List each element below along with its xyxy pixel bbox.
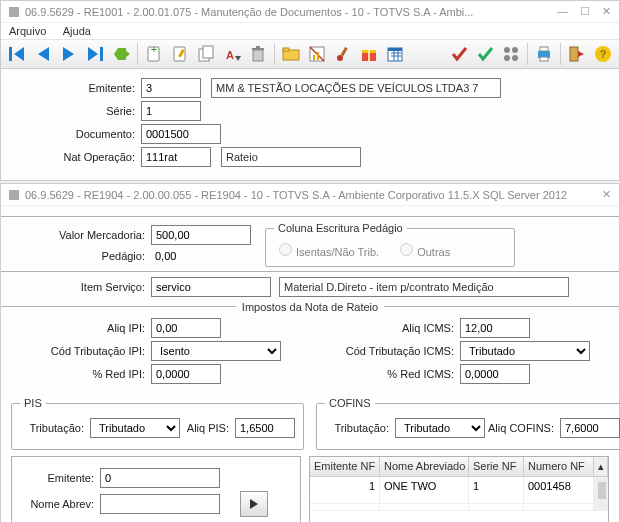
trib-icms-select[interactable]: Tributado <box>460 341 590 361</box>
nome-abrev-field[interactable] <box>100 494 220 514</box>
scroll-up-icon[interactable]: ▴ <box>594 457 608 477</box>
item-servico-desc[interactable] <box>279 277 569 297</box>
new-icon[interactable]: + <box>142 42 166 66</box>
red-icms-field[interactable] <box>460 364 530 384</box>
toolbar: + A ? <box>1 40 619 69</box>
item-servico-field[interactable] <box>151 277 271 297</box>
red-ipi-field[interactable] <box>151 364 221 384</box>
emitente-desc-field[interactable] <box>211 78 501 98</box>
serie-field[interactable] <box>141 101 201 121</box>
valor-merc-field[interactable] <box>151 225 251 245</box>
svg-point-25 <box>337 55 343 61</box>
col-emitente-nf[interactable]: Emitente NF <box>310 457 380 477</box>
svg-rect-17 <box>256 46 260 48</box>
red-ipi-label: % Red IPI: <box>11 368 151 380</box>
trib-ipi-select[interactable]: Isento <box>151 341 281 361</box>
svg-rect-23 <box>317 52 319 60</box>
svg-rect-24 <box>341 47 348 56</box>
gift-icon[interactable] <box>357 42 381 66</box>
edit-icon[interactable] <box>168 42 192 66</box>
aliq-ipi-field[interactable] <box>151 318 221 338</box>
outras-radio[interactable]: Outras <box>395 240 450 258</box>
confirm-green-icon[interactable] <box>473 42 497 66</box>
svg-marker-4 <box>88 47 98 61</box>
delete-icon[interactable] <box>246 42 270 66</box>
minimize-icon[interactable]: — <box>557 5 568 18</box>
titlebar-re1001: 06.9.5629 - RE1001 - 2.00.01.075 - Manut… <box>1 1 619 23</box>
aliq-icms-label: Aliq ICMS: <box>320 322 460 334</box>
trib-pis-select[interactable]: Tributado <box>90 418 180 438</box>
svg-rect-22 <box>313 55 315 60</box>
col-serie-nf[interactable]: Serie NF <box>469 457 524 477</box>
nav-next-icon[interactable] <box>57 42 81 66</box>
maximize-icon[interactable]: ☐ <box>580 5 590 18</box>
help-icon[interactable]: ? <box>591 42 615 66</box>
copy-icon[interactable] <box>194 42 218 66</box>
svg-marker-1 <box>14 47 24 61</box>
app-icon <box>9 7 19 17</box>
svg-point-35 <box>504 47 510 53</box>
svg-marker-2 <box>38 47 49 61</box>
print-icon[interactable] <box>532 42 556 66</box>
pedagio-value: 0,00 <box>151 248 180 264</box>
menu-ajuda[interactable]: Ajuda <box>63 25 91 37</box>
menu-arquivo[interactable]: Arquivo <box>9 25 46 37</box>
aliq-pis-field[interactable] <box>235 418 295 438</box>
exit-icon[interactable] <box>565 42 589 66</box>
nav-last-icon[interactable] <box>83 42 107 66</box>
documento-field[interactable] <box>141 124 221 144</box>
svg-marker-6 <box>125 50 130 58</box>
brush-icon[interactable] <box>331 42 355 66</box>
close-icon[interactable]: ✕ <box>602 5 611 18</box>
red-icms-label: % Red ICMS: <box>320 368 460 380</box>
emitente-field[interactable] <box>141 78 201 98</box>
pedagio-label: Pedágio: <box>11 250 151 262</box>
aliq-icms-field[interactable] <box>460 318 530 338</box>
emitente2-field[interactable] <box>100 468 220 488</box>
table-row[interactable] <box>310 504 608 511</box>
aliq-cofins-label: Aliq COFINS: <box>485 422 560 434</box>
confirm-red-icon[interactable] <box>447 42 471 66</box>
emitente-label: Emitente: <box>11 82 141 94</box>
coluna-escritura-legend: Coluna Escritura Pedágio <box>274 222 407 234</box>
col-numero-nf[interactable]: Numero NF <box>524 457 594 477</box>
trib-ipi-label: Cód Tributação IPI: <box>11 345 151 357</box>
nome-abrev-label: Nome Abrev: <box>20 498 100 510</box>
report-icon[interactable] <box>305 42 329 66</box>
nav-first-icon[interactable] <box>5 42 29 66</box>
svg-text:?: ? <box>600 48 607 60</box>
font-icon[interactable]: A <box>220 42 244 66</box>
aliq-pis-label: Aliq PIS: <box>180 422 235 434</box>
table-row[interactable]: 1 ONE TWO 1 0001458 <box>310 477 608 504</box>
close-icon[interactable]: ✕ <box>602 188 611 201</box>
nav-prev-icon[interactable] <box>31 42 55 66</box>
window-re1904: 06.9.5629 - RE1904 - 2.00.00.055 - RE190… <box>0 183 620 522</box>
folder-icon[interactable] <box>279 42 303 66</box>
trib-icms-label: Cód Tributação ICMS: <box>320 345 460 357</box>
window-title: 06.9.5629 - RE1904 - 2.00.00.055 - RE190… <box>25 189 602 201</box>
settings-icon[interactable] <box>499 42 523 66</box>
svg-point-37 <box>504 55 510 61</box>
isentas-radio[interactable]: Isentas/Não Trib. <box>274 240 379 258</box>
natop-field[interactable] <box>141 147 211 167</box>
svg-marker-3 <box>63 47 74 61</box>
aliq-cofins-field[interactable] <box>560 418 620 438</box>
svg-rect-28 <box>368 50 370 61</box>
trib-cofins-select[interactable]: Tributado <box>395 418 485 438</box>
serie-label: Série: <box>11 105 141 117</box>
natop-desc-field[interactable] <box>221 147 361 167</box>
svg-rect-19 <box>283 48 289 51</box>
trib-cofins-label: Tributação: <box>325 422 395 434</box>
goto-icon[interactable] <box>109 42 133 66</box>
item-servico-label: Item Serviço: <box>11 281 151 293</box>
calendar-icon[interactable] <box>383 42 407 66</box>
svg-marker-43 <box>578 51 584 57</box>
coluna-escritura-group: Coluna Escritura Pedágio Isentas/Não Tri… <box>265 222 515 267</box>
go-button[interactable] <box>240 491 268 517</box>
nf-grid[interactable]: Emitente NF Nome Abreviado Serie NF Nume… <box>309 456 609 522</box>
filter-block: Emitente: Nome Abrev: Série: <box>11 456 301 522</box>
window-title: 06.9.5629 - RE1001 - 2.00.01.075 - Manut… <box>25 6 557 18</box>
svg-marker-46 <box>250 499 258 509</box>
scrollbar[interactable] <box>594 477 608 504</box>
col-nome-abreviado[interactable]: Nome Abreviado <box>380 457 469 477</box>
